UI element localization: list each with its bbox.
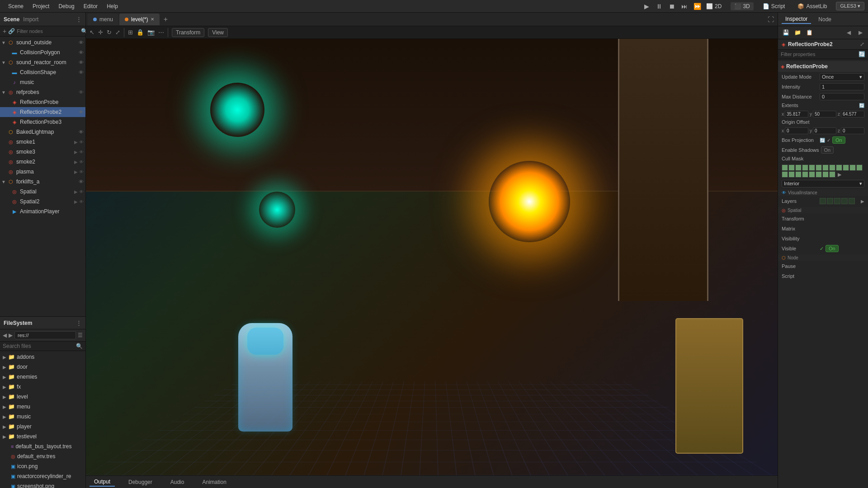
tree-item-spatial1[interactable]: ◎ Spatial ▶ 👁 bbox=[0, 187, 85, 197]
insp-extents-reload[interactable]: 🔄 bbox=[859, 103, 864, 108]
fs-file-reactorcore[interactable]: ▣ reactorcorecylinder_re bbox=[0, 471, 85, 481]
insp-input-origin-y[interactable] bbox=[813, 127, 836, 134]
filesystem-menu-icon[interactable]: ⋮ bbox=[76, 319, 82, 326]
stop-button[interactable]: ⏹ bbox=[666, 1, 677, 12]
fs-folder-menu[interactable]: ▶ 📁 menu bbox=[0, 402, 85, 412]
fs-file-default-env[interactable]: ◎ default_env.tres bbox=[0, 451, 85, 461]
smoke1-play-icon[interactable]: ▶ bbox=[74, 140, 78, 145]
viewport-view-label[interactable]: View bbox=[208, 28, 228, 37]
tree-eye-refprobes[interactable]: 👁 bbox=[79, 89, 84, 95]
menu-editor[interactable]: Editor bbox=[79, 3, 102, 9]
cull-cell-4[interactable] bbox=[802, 164, 808, 171]
tree-item-reflectionprobe3[interactable]: ◈ ReflectionProbe3 bbox=[0, 117, 85, 127]
viewport-move-icon[interactable]: ✛ bbox=[98, 29, 103, 36]
import-tab[interactable]: Import bbox=[23, 16, 38, 23]
tree-item-sound-outside[interactable]: ▼ ⬡ sound_outside 👁 bbox=[0, 38, 85, 47]
smoke3-play-icon[interactable]: ▶ bbox=[74, 150, 78, 155]
insp-visible-check[interactable]: ✓ bbox=[820, 246, 824, 252]
toolbar-script-btn[interactable]: 📄 Script bbox=[759, 2, 789, 10]
insp-input-extents-z[interactable] bbox=[841, 111, 864, 117]
tree-item-music[interactable]: ♪ music bbox=[0, 77, 85, 87]
toolbar-3d-btn[interactable]: ⬛ 3D bbox=[731, 2, 753, 10]
fs-layout-icon[interactable]: ☰ bbox=[78, 332, 83, 338]
cull-cell-5[interactable] bbox=[809, 164, 815, 171]
spatial1-eye-icon[interactable]: 👁 bbox=[79, 189, 84, 194]
fs-file-icon[interactable]: ▣ icon.png bbox=[0, 461, 85, 471]
tree-item-smoke1[interactable]: ◎ smoke1 ▶ 👁 bbox=[0, 137, 85, 147]
viewport-scale-icon[interactable]: ⤢ bbox=[115, 29, 120, 36]
tree-eye-rp2[interactable]: 👁 bbox=[79, 109, 84, 115]
bottom-tab-debugger[interactable]: Debugger bbox=[124, 478, 157, 486]
spatial2-eye-icon[interactable]: 👁 bbox=[79, 199, 84, 204]
fs-folder-testlevel[interactable]: ▶ 📁 testlevel bbox=[0, 432, 85, 441]
viewport-select-icon[interactable]: ↖ bbox=[90, 29, 94, 36]
cull-cell-13[interactable] bbox=[782, 171, 788, 178]
tab-add-button[interactable]: + bbox=[160, 14, 170, 24]
layer-cell-4[interactable] bbox=[841, 198, 848, 204]
insp-section-header-rp[interactable]: ◈ ReflectionProbe bbox=[778, 61, 868, 72]
viewport-rotate-icon[interactable]: ↻ bbox=[107, 29, 112, 36]
layer-cell-2[interactable] bbox=[827, 198, 833, 204]
fs-folder-addons[interactable]: ▶ 📁 addons bbox=[0, 352, 85, 362]
cull-cell-15[interactable] bbox=[795, 171, 802, 178]
insp-cull-expand[interactable]: ▶ bbox=[838, 172, 841, 178]
insp-bp-toggle[interactable]: On bbox=[832, 136, 845, 144]
play-scene-button[interactable]: ⏭ bbox=[679, 1, 690, 12]
cull-cell-14[interactable] bbox=[788, 171, 795, 178]
bottom-tab-audio[interactable]: Audio bbox=[166, 478, 189, 486]
fs-folder-fx[interactable]: ▶ 📁 fx bbox=[0, 382, 85, 392]
fs-search-input[interactable] bbox=[3, 343, 76, 349]
cull-cell-18[interactable] bbox=[816, 171, 822, 178]
scene-panel-menu-icon[interactable]: ⋮ bbox=[76, 16, 82, 23]
smoke3-eye-icon[interactable]: 👁 bbox=[79, 150, 84, 155]
tree-item-smoke2[interactable]: ◎ smoke2 ▶ 👁 bbox=[0, 157, 85, 167]
menu-project[interactable]: Project bbox=[28, 3, 54, 9]
bottom-tab-output[interactable]: Output bbox=[90, 478, 115, 487]
tree-eye-collisionshape[interactable]: 👁 bbox=[79, 70, 84, 75]
inspector-tab-inspector[interactable]: Inspector bbox=[782, 15, 811, 24]
tree-item-bakedlightmap[interactable]: ⬡ BakedLightmap 👁 bbox=[0, 127, 85, 137]
fs-folder-music[interactable]: ▶ 📁 music bbox=[0, 412, 85, 422]
viewport-dots-icon[interactable]: ⋯ bbox=[158, 29, 164, 36]
viewport-transform-label[interactable]: Transform bbox=[172, 28, 204, 37]
insp-input-origin-z[interactable] bbox=[841, 127, 864, 134]
cull-cell-7[interactable] bbox=[822, 164, 829, 171]
menu-debug[interactable]: Debug bbox=[54, 3, 79, 9]
filter-nodes-input[interactable] bbox=[17, 28, 79, 34]
insp-layers-expand[interactable]: ▶ bbox=[861, 199, 864, 204]
tree-eye-baked[interactable]: 👁 bbox=[79, 129, 84, 135]
fs-file-bus-layout[interactable]: ≡ default_bus_layout.tres bbox=[0, 441, 85, 451]
tree-eye-forklifts[interactable]: 👁 bbox=[79, 179, 84, 184]
filter-reload-icon[interactable]: 🔄 bbox=[859, 51, 865, 57]
insp-subsection-spatial[interactable]: ◎ Spatial bbox=[778, 207, 868, 214]
tree-item-animplayer[interactable]: ▶ AnimationPlayer bbox=[0, 206, 85, 216]
viewport-snap-icon[interactable]: 🔒 bbox=[137, 29, 144, 36]
plasma-eye-icon[interactable]: 👁 bbox=[79, 169, 84, 174]
tree-item-collisionshape[interactable]: ▬ CollisionShape 👁 bbox=[0, 67, 85, 77]
cull-cell-9[interactable] bbox=[836, 164, 842, 171]
toolbar-assetlib-btn[interactable]: 📦 AssetLib bbox=[794, 2, 830, 10]
smoke2-eye-icon[interactable]: 👁 bbox=[79, 160, 84, 164]
tree-eye-collisionpolygon[interactable]: 👁 bbox=[79, 50, 84, 55]
insp-input-origin-x[interactable] bbox=[785, 127, 808, 134]
cull-cell-19[interactable] bbox=[822, 171, 829, 178]
spatial1-play-icon[interactable]: ▶ bbox=[74, 189, 78, 194]
insp-dropdown-interior[interactable]: Interior ▾ bbox=[782, 180, 864, 188]
tree-item-reflectionprobe1[interactable]: ◈ ReflectionProbe bbox=[0, 97, 85, 107]
cull-cell-6[interactable] bbox=[816, 164, 822, 171]
tree-item-reflectionprobe2[interactable]: ◈ ReflectionProbe2 👁 bbox=[0, 107, 85, 117]
fs-folder-enemies[interactable]: ▶ 📁 enemies bbox=[0, 372, 85, 382]
fs-file-screenshot[interactable]: ▣ screenshot.png bbox=[0, 481, 85, 488]
inspector-tab-node[interactable]: Node bbox=[815, 15, 835, 23]
inspector-back-icon[interactable]: ◀ bbox=[844, 28, 854, 38]
inspector-save-icon[interactable]: 💾 bbox=[781, 28, 791, 38]
tree-item-refprobes[interactable]: ▼ ◎ refprobes 👁 bbox=[0, 87, 85, 97]
menu-help[interactable]: Help bbox=[102, 3, 123, 9]
fs-folder-level[interactable]: ▶ 📁 level bbox=[0, 392, 85, 402]
pause-button[interactable]: ⏸ bbox=[654, 1, 665, 12]
cull-cell-1[interactable] bbox=[782, 164, 788, 171]
tree-item-forklifts[interactable]: ▼ ⬡ forklifts_a 👁 bbox=[0, 177, 85, 187]
link-icon[interactable]: 🔗 bbox=[8, 28, 15, 34]
bottom-tab-animation[interactable]: Animation bbox=[198, 478, 231, 486]
cull-cell-3[interactable] bbox=[795, 164, 802, 171]
